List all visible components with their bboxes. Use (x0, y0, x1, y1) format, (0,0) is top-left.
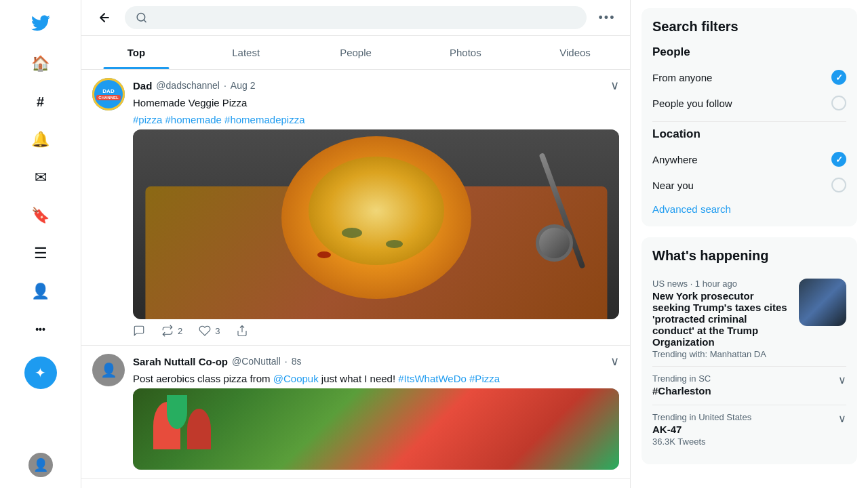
tweet-feed: DAD CHANNEL Dad @dadschannel · Aug 2 ∨ H… (81, 70, 630, 488)
tweet-text: Post aerobics class pizza from @Coopuk j… (133, 371, 619, 386)
trend-sub-1: Trending with: Manhattan DA (652, 349, 791, 359)
hashtag-homemadepizza[interactable]: #homemadepizza (224, 114, 304, 125)
more-icon[interactable]: ••• (24, 313, 57, 346)
tweet-header: Dad @dadschannel · Aug 2 ∨ (133, 78, 619, 93)
tweet-avatar: 👤 (92, 354, 125, 386)
tweet-text-before: Post aerobics class pizza from (133, 373, 273, 384)
tab-top[interactable]: Top (81, 36, 191, 69)
explore-icon[interactable]: # (24, 85, 57, 118)
trend-meta-2: Trending in SC (652, 373, 833, 384)
table-row: DAD CHANNEL Dad @dadschannel · Aug 2 ∨ H… (81, 70, 630, 346)
tweet-hashtags: #pizza #homemade #homemadepizza (133, 113, 619, 127)
lists-icon[interactable]: ☰ (24, 237, 57, 270)
bookmarks-icon[interactable]: 🔖 (24, 199, 57, 232)
trend-left: US news · 1 hour ago New York prosecutor… (652, 279, 791, 359)
main-content: #pizza ••• Top Latest People Photos Vide… (81, 0, 631, 488)
people-you-follow-label: People you follow (652, 98, 732, 109)
user-avatar-icon[interactable]: 👤 (24, 449, 57, 481)
search-filters-title: Search filters (652, 19, 846, 35)
people-you-follow-radio[interactable] (831, 96, 846, 110)
hashtag-pizza[interactable]: #pizza (133, 114, 162, 125)
tweet-author-name: Dad (133, 80, 152, 92)
home-icon[interactable]: 🏠 (24, 47, 57, 80)
right-panel: Search filters People From anyone People… (631, 0, 868, 488)
retweet-button[interactable]: 2 (161, 325, 182, 337)
tweet-author-handle: @dadschannel (156, 80, 220, 91)
tab-videos[interactable]: Videos (520, 36, 630, 69)
compose-button[interactable]: ✦ (24, 357, 57, 389)
tab-people[interactable]: People (301, 36, 411, 69)
filters-location-section: Location (652, 127, 846, 141)
filters-people-section: People (652, 45, 846, 59)
tweet-image (133, 129, 619, 319)
search-input-wrap[interactable]: #pizza (125, 6, 587, 29)
tab-latest[interactable]: Latest (191, 36, 301, 69)
like-button[interactable]: 3 (199, 325, 220, 337)
like-count: 3 (215, 326, 220, 336)
table-row: 👤 Sarah Nuttall Co-op @CoNuttall · 8s ∨ … (81, 346, 630, 479)
tweet-date: Aug 2 (231, 80, 256, 91)
back-button[interactable] (92, 5, 117, 30)
twitter-logo-icon[interactable] (24, 7, 57, 39)
trend-item-2[interactable]: Trending in SC #Charleston ∨ (652, 367, 846, 405)
notifications-icon[interactable]: 🔔 (24, 123, 57, 156)
trend-left: Trending in United States AK-47 36.3K Tw… (652, 412, 833, 447)
filter-divider (652, 121, 846, 122)
tweet-hashtag2-link[interactable]: #Pizza (469, 373, 500, 384)
tweet-mention-link[interactable]: @Coopuk (273, 373, 319, 384)
search-filters-box: Search filters People From anyone People… (642, 8, 857, 226)
near-you-label: Near you (652, 180, 694, 191)
trend-left: Trending in SC #Charleston (652, 373, 833, 398)
trend-headline-3: AK-47 (652, 424, 833, 435)
tweet-options-button[interactable]: ∨ (610, 354, 619, 369)
tweet-hashtag1-link[interactable]: #ItsWhatWeDo (398, 373, 467, 384)
from-anyone-filter-row[interactable]: From anyone (652, 64, 846, 90)
whats-happening-title: What's happening (652, 248, 846, 264)
tweet-user-info: Sarah Nuttall Co-op @CoNuttall · 8s (133, 356, 302, 367)
share-button[interactable] (236, 325, 248, 337)
people-you-follow-filter-row[interactable]: People you follow (652, 90, 846, 116)
user-avatar: 👤 (28, 453, 53, 477)
trend-item-1[interactable]: US news · 1 hour ago New York prosecutor… (652, 272, 846, 367)
trend-meta-3: Trending in United States (652, 412, 833, 422)
whats-happening-box: What's happening US news · 1 hour ago Ne… (642, 237, 857, 464)
tweet-dot-separator: · (224, 80, 226, 91)
trend-item-3[interactable]: Trending in United States AK-47 36.3K Tw… (652, 405, 846, 453)
search-icon (136, 12, 147, 24)
tweet-header: Sarah Nuttall Co-op @CoNuttall · 8s ∨ (133, 354, 619, 369)
messages-icon[interactable]: ✉ (24, 161, 57, 194)
sidebar: 🏠 # 🔔 ✉ 🔖 ☰ 👤 ••• ✦ 👤 (0, 0, 81, 488)
tweet-author-handle: @CoNuttall (232, 356, 281, 367)
near-you-filter-row[interactable]: Near you (652, 172, 846, 198)
advanced-search-link[interactable]: Advanced search (652, 203, 731, 215)
retweet-count: 2 (178, 326, 182, 336)
search-input[interactable]: #pizza (153, 12, 576, 24)
trend-headline-2: #Charleston (652, 385, 833, 396)
tweet-author-name: Sarah Nuttall Co-op (133, 356, 228, 367)
tweet-actions: 2 3 (133, 325, 619, 337)
tweet-date: 8s (292, 356, 302, 367)
reply-button[interactable] (133, 325, 145, 337)
trend-sub-3: 36.3K Tweets (652, 436, 833, 447)
tweet-image-2 (133, 388, 619, 470)
trend-expand-icon-3[interactable]: ∨ (838, 412, 846, 425)
search-tabs: Top Latest People Photos Videos (81, 36, 630, 70)
search-more-button[interactable]: ••• (595, 5, 619, 30)
tab-photos[interactable]: Photos (410, 36, 520, 69)
tweet-text-after: just what I need! (319, 373, 395, 384)
tweet-user-info: Dad @dadschannel · Aug 2 (133, 80, 255, 92)
profile-icon[interactable]: 👤 (24, 275, 57, 308)
anywhere-label: Anywhere (652, 154, 698, 165)
tweet-avatar: DAD CHANNEL (92, 78, 125, 110)
tweet-dot-separator: · (285, 356, 288, 367)
from-anyone-label: From anyone (652, 72, 712, 83)
anywhere-radio[interactable] (831, 152, 846, 167)
trend-expand-icon-2[interactable]: ∨ (838, 373, 846, 386)
trend-image-1 (799, 279, 846, 326)
hashtag-homemade[interactable]: #homemade (165, 114, 222, 125)
tweet-options-button[interactable]: ∨ (610, 78, 619, 93)
near-you-radio[interactable] (831, 178, 846, 192)
anywhere-filter-row[interactable]: Anywhere (652, 146, 846, 172)
from-anyone-radio[interactable] (831, 70, 846, 85)
tweet-content: Dad @dadschannel · Aug 2 ∨ Homemade Vegg… (133, 78, 619, 337)
